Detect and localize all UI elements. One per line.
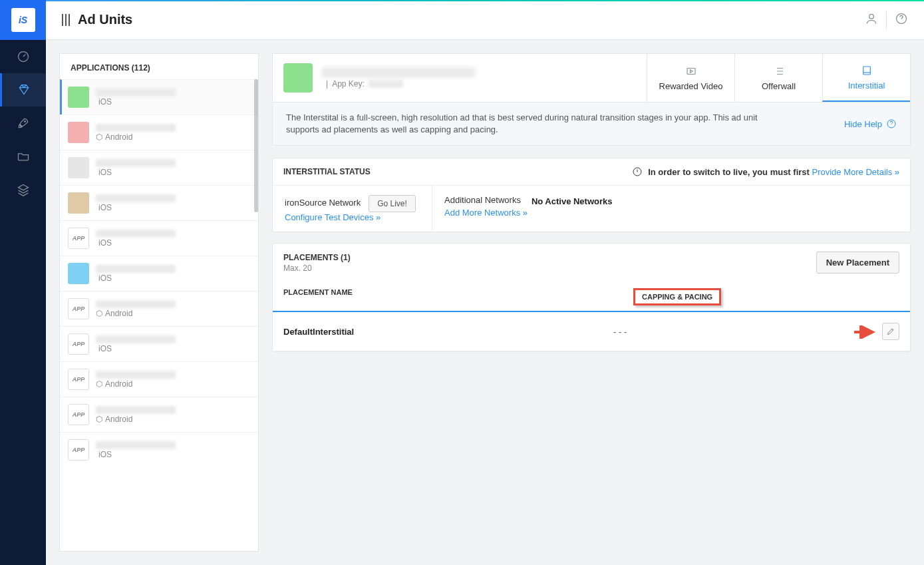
tab-label: Interstitial xyxy=(848,81,885,91)
nav-monetize[interactable] xyxy=(0,73,46,106)
app-name-redacted xyxy=(96,230,176,238)
app-name-redacted xyxy=(96,159,176,167)
placements-title: PLACEMENTS (1) xyxy=(283,253,351,262)
application-item[interactable]: iOS xyxy=(60,256,258,291)
placements-max: Max. 20 xyxy=(283,264,351,273)
app-name-redacted xyxy=(96,371,176,379)
app-icon xyxy=(68,87,89,108)
column-capping-pacing-highlighted: CAPPING & PACING xyxy=(633,288,721,305)
top-header: Ad Units xyxy=(46,0,924,40)
go-live-button[interactable]: Go Live! xyxy=(369,195,416,212)
tab-offerwall[interactable]: Offerwall xyxy=(734,54,822,102)
menu-icon[interactable] xyxy=(62,14,70,26)
android-icon: ⬡ xyxy=(96,379,102,389)
application-item[interactable]: APPiOS xyxy=(60,326,258,361)
hide-help-label: Hide Help xyxy=(844,119,882,129)
application-item[interactable]: iOS xyxy=(60,150,258,185)
application-item[interactable]: APPiOS xyxy=(60,432,258,467)
svg-point-2 xyxy=(869,14,874,19)
help-menu[interactable] xyxy=(895,12,908,27)
user-menu[interactable] xyxy=(865,12,878,27)
placements-table-head: PLACEMENT NAME CAPPING & PACING xyxy=(273,282,910,312)
brand-logo[interactable]: iS xyxy=(0,0,46,40)
applications-list[interactable]: iOS⬡AndroidiOSiOSAPPiOSiOSAPP⬡AndroidAPP… xyxy=(60,79,258,551)
app-icon: APP xyxy=(68,333,89,355)
additional-networks-label: Additional Networks xyxy=(444,195,521,205)
warning-prefix: In order to switch to live, you must fir… xyxy=(648,167,810,177)
platform-label: Android xyxy=(105,379,132,389)
app-key-redacted xyxy=(369,80,403,88)
app-icon xyxy=(283,63,313,93)
logo-mark: iS xyxy=(11,8,35,32)
app-name-redacted xyxy=(96,265,176,273)
application-item[interactable]: ⬡Android xyxy=(60,114,258,150)
provide-details-link[interactable]: Provide More Details » xyxy=(812,167,900,177)
svg-rect-5 xyxy=(863,67,870,75)
app-icon: APP xyxy=(68,298,89,319)
help-bar: The Interstital is a full-screen, high r… xyxy=(272,102,911,146)
app-name-redacted xyxy=(96,335,176,343)
application-item[interactable]: APP⬡Android xyxy=(60,291,258,326)
nav-segments[interactable] xyxy=(0,173,46,206)
app-icon xyxy=(68,157,89,178)
divider-pipe: | xyxy=(326,79,328,89)
app-name-redacted xyxy=(96,300,176,308)
header-divider xyxy=(886,11,887,29)
user-icon xyxy=(865,12,878,25)
list-icon xyxy=(773,65,785,77)
scrollbar[interactable] xyxy=(254,79,258,212)
app-icon xyxy=(68,192,89,214)
android-icon: ⬡ xyxy=(96,309,102,318)
platform-label: iOS xyxy=(98,274,112,283)
app-icon: APP xyxy=(68,228,89,249)
status-title: INTERSTITIAL STATUS xyxy=(283,167,371,176)
rocket-icon xyxy=(17,116,30,130)
placement-row: DefaultInterstitial- - - xyxy=(273,312,910,351)
nav-dashboard[interactable] xyxy=(0,40,46,73)
platform-label: iOS xyxy=(98,97,112,106)
tab-label: Offerwall xyxy=(762,81,796,91)
application-item[interactable]: iOS xyxy=(60,79,258,114)
application-item[interactable]: APPiOS xyxy=(60,220,258,256)
android-icon: ⬡ xyxy=(96,132,102,142)
pencil-icon xyxy=(886,327,895,336)
android-icon: ⬡ xyxy=(96,415,102,424)
app-name-redacted xyxy=(96,194,176,202)
application-item[interactable]: APP⬡Android xyxy=(60,361,258,397)
application-item[interactable]: APP⬡Android xyxy=(60,397,258,432)
layers-icon xyxy=(17,183,30,196)
left-sidebar: iS xyxy=(0,0,46,565)
nav-promote[interactable] xyxy=(0,106,46,140)
app-name-redacted xyxy=(322,67,475,78)
column-placement-name: PLACEMENT NAME xyxy=(283,288,633,305)
help-icon xyxy=(895,12,908,25)
app-icon xyxy=(68,263,89,284)
configure-devices-link[interactable]: Configure Test Devices » xyxy=(285,212,381,222)
app-icon: APP xyxy=(68,439,89,461)
app-icon: APP xyxy=(68,404,89,425)
placement-name: DefaultInterstitial xyxy=(283,327,613,337)
hide-help-link[interactable]: Hide Help xyxy=(844,112,897,136)
svg-point-1 xyxy=(24,121,25,122)
warning-icon xyxy=(632,166,643,177)
app-key-label: App Key: xyxy=(332,79,365,89)
platform-label: iOS xyxy=(98,344,112,353)
app-name-redacted xyxy=(96,406,176,414)
nav-apps[interactable] xyxy=(0,140,46,173)
platform-label: iOS xyxy=(98,238,112,248)
placement-capping-value: - - - xyxy=(613,327,859,337)
tab-interstitial[interactable]: Interstitial xyxy=(822,54,910,102)
platform-label: iOS xyxy=(98,450,112,459)
tab-rewarded-video[interactable]: Rewarded Video xyxy=(647,54,734,102)
app-name-redacted xyxy=(96,89,176,96)
platform-label: Android xyxy=(105,132,132,142)
page-title: Ad Units xyxy=(78,12,132,27)
platform-label: iOS xyxy=(98,168,112,177)
applications-header: APPLICATIONS (112) xyxy=(60,54,258,79)
gauge-icon xyxy=(17,50,30,63)
no-active-networks: No Active Networks xyxy=(532,196,613,206)
edit-placement-button[interactable] xyxy=(882,323,899,340)
new-placement-button[interactable]: New Placement xyxy=(816,252,899,274)
add-networks-link[interactable]: Add More Networks » xyxy=(444,208,528,218)
application-item[interactable]: iOS xyxy=(60,185,258,220)
